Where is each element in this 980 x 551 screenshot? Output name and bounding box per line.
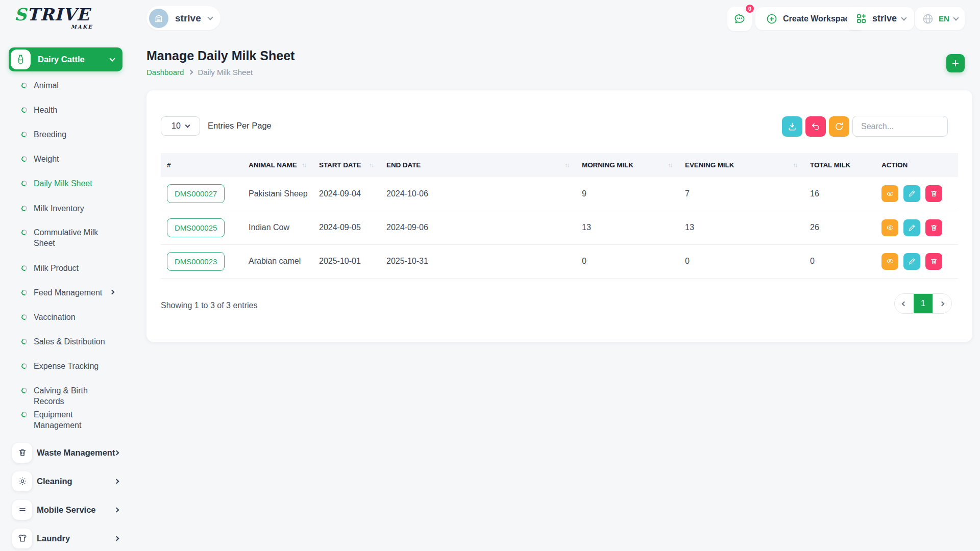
sidebar-item-milk-product[interactable]: Milk Product xyxy=(21,263,121,273)
chevron-left-icon xyxy=(902,301,907,306)
eye-icon xyxy=(886,257,895,266)
refresh-icon xyxy=(834,121,844,132)
trash-icon xyxy=(929,189,938,198)
sort-icon: ↑↓ xyxy=(793,162,797,169)
download-icon xyxy=(787,121,797,132)
workspace-switcher[interactable]: strive xyxy=(847,7,914,30)
search-input[interactable] xyxy=(852,116,948,137)
milk-bottle-icon-wrap xyxy=(11,49,31,69)
bullet-icon xyxy=(20,155,28,162)
sidebar-item-feed-management[interactable]: Feed Management xyxy=(21,287,121,298)
pagination-page-1[interactable]: 1 xyxy=(914,293,933,314)
view-button[interactable] xyxy=(881,253,898,270)
view-button[interactable] xyxy=(881,185,898,202)
bullet-icon xyxy=(20,205,28,212)
chevron-down-icon xyxy=(901,15,906,20)
trash-icon xyxy=(17,447,28,458)
cell-evening-milk: 7 xyxy=(679,177,804,211)
sort-icon: ↑↓ xyxy=(302,162,306,169)
sidebar-module-mobile-service[interactable]: Mobile Service xyxy=(12,499,120,520)
col-header-animal-name[interactable]: ANIMAL NAME↑↓ xyxy=(242,153,313,177)
workspace-switcher-label: strive xyxy=(872,13,897,24)
sidebar-item-weight[interactable]: Weight xyxy=(21,154,121,164)
sidebar-item-equipment-management[interactable]: Equipment Management xyxy=(21,409,121,431)
cell-end-date: 2025-10-31 xyxy=(380,244,576,278)
chat-button[interactable]: 0 xyxy=(727,7,752,31)
sidebar-item-breeding[interactable]: Breeding xyxy=(21,129,121,140)
entries-summary: Showing 1 to 3 of 3 entries xyxy=(161,301,257,310)
edit-button[interactable] xyxy=(903,253,920,270)
cell-animal-name: Indian Cow xyxy=(242,211,313,244)
pagination-prev-button[interactable] xyxy=(895,293,914,314)
add-record-button[interactable] xyxy=(946,54,965,72)
chevron-down-icon xyxy=(109,56,115,61)
sidebar-item-commulative-milk-sheet[interactable]: Commulative Milk Sheet xyxy=(21,227,121,248)
entries-per-page-value: 10 xyxy=(172,121,181,131)
delete-button[interactable] xyxy=(925,185,942,202)
bullet-icon xyxy=(20,362,28,369)
building-icon xyxy=(153,13,164,24)
bullet-icon xyxy=(20,338,28,345)
col-header-start-date[interactable]: START DATE↑↓ xyxy=(313,153,380,177)
bullet-icon xyxy=(20,264,28,271)
table-row: DMS000027 Pakistani Sheep 2024-09-04 202… xyxy=(161,177,958,211)
table-row: DMS000025 Indian Cow 2024-09-05 2024-09-… xyxy=(161,211,958,244)
eye-icon xyxy=(886,223,895,232)
col-header-end-date[interactable]: END DATE↑↓ xyxy=(380,153,576,177)
cell-morning-milk: 9 xyxy=(576,177,679,211)
breadcrumb-dashboard-link[interactable]: Dashboard xyxy=(146,68,184,77)
breadcrumb-current: Daily Milk Sheet xyxy=(198,68,253,77)
sidebar-item-animal[interactable]: Animal xyxy=(21,80,121,91)
cell-animal-name: Pakistani Sheep xyxy=(242,177,313,211)
cell-start-date: 2024-09-04 xyxy=(313,177,380,211)
col-header-total-milk: TOTAL MILK xyxy=(804,153,875,177)
milk-bottle-icon xyxy=(15,54,26,65)
refresh-button[interactable] xyxy=(829,116,849,137)
workspace-selector[interactable]: strive xyxy=(146,6,220,30)
record-id-badge: DMS000027 xyxy=(167,184,225,203)
delete-button[interactable] xyxy=(925,253,942,270)
entries-per-page-select[interactable]: 10 xyxy=(161,116,200,136)
chevron-right-icon xyxy=(114,479,119,484)
sidebar-item-expense-tracking[interactable]: Expense Tracking xyxy=(21,361,121,371)
edit-button[interactable] xyxy=(903,185,920,202)
chevron-right-icon xyxy=(114,507,119,512)
sidebar-item-sales-distribution[interactable]: Sales & Distribution xyxy=(21,336,121,347)
edit-button[interactable] xyxy=(903,219,920,236)
sidebar-item-daily-milk-sheet[interactable]: Daily Milk Sheet xyxy=(21,178,121,189)
sort-icon: ↑↓ xyxy=(668,162,672,169)
sidebar-module-cleaning[interactable]: Cleaning xyxy=(12,471,120,491)
export-download-button[interactable] xyxy=(782,116,802,137)
undo-button[interactable] xyxy=(805,116,826,137)
sidebar-module-dairy-cattle[interactable]: Dairy Cattle xyxy=(9,47,122,71)
cell-end-date: 2024-10-06 xyxy=(380,177,576,211)
pagination-next-button[interactable] xyxy=(933,293,951,314)
chevron-right-icon xyxy=(114,536,119,541)
sidebar-module-waste-management[interactable]: Waste Management xyxy=(12,442,120,463)
col-header-evening-milk[interactable]: EVENING MILK↑↓ xyxy=(679,153,804,177)
cell-morning-milk: 13 xyxy=(576,211,679,244)
delete-button[interactable] xyxy=(925,219,942,236)
bullet-icon xyxy=(20,313,28,320)
sidebar-item-milk-inventory[interactable]: Milk Inventory xyxy=(21,203,121,214)
language-label: EN xyxy=(939,14,949,23)
globe-icon xyxy=(922,13,934,25)
chevron-down-icon xyxy=(185,122,190,128)
chevron-right-icon xyxy=(940,301,945,306)
col-header-morning-milk[interactable]: MORNING MILK↑↓ xyxy=(576,153,679,177)
cell-total-milk: 16 xyxy=(804,177,875,211)
language-selector[interactable]: EN xyxy=(915,7,965,30)
workspace-name: strive xyxy=(175,13,201,24)
sidebar-item-vaccination[interactable]: Vaccination xyxy=(21,312,121,322)
sidebar-item-calving-birth-records[interactable]: Calving & Birth Records xyxy=(21,385,121,407)
record-id-badge: DMS000023 xyxy=(167,252,225,271)
sidebar-module-laundry[interactable]: Laundry xyxy=(12,528,120,548)
cell-morning-milk: 0 xyxy=(576,244,679,278)
bullet-icon xyxy=(20,387,28,394)
sidebar: Dairy Cattle Animal Health Breeding Weig… xyxy=(0,0,133,551)
cell-start-date: 2024-09-05 xyxy=(313,211,380,244)
cell-evening-milk: 0 xyxy=(679,244,804,278)
cell-total-milk: 26 xyxy=(804,211,875,244)
view-button[interactable] xyxy=(881,219,898,236)
sidebar-item-health[interactable]: Health xyxy=(21,105,121,115)
